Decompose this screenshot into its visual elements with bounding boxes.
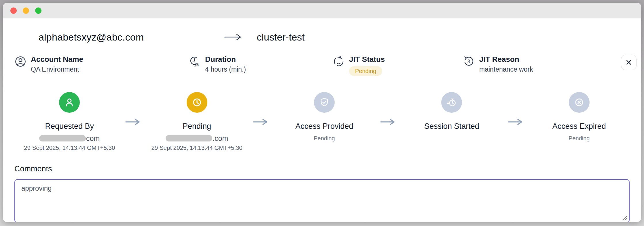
access-timeline: Requested By com 29 Sept 2025, 14:13:44 … <box>6 92 641 151</box>
jit-status-badge: Pending <box>349 66 382 76</box>
close-icon <box>625 58 633 66</box>
history-icon: 3 <box>463 55 475 68</box>
info-value: QA Environment <box>31 66 83 73</box>
info-value: maintenance work <box>479 66 533 73</box>
step-label: Access Provided <box>295 122 353 131</box>
step-circle <box>59 92 80 113</box>
step-timestamp: 29 Sept 2025, 14:13:44 GMT+5:30 <box>24 144 115 151</box>
close-window-button[interactable] <box>10 7 17 14</box>
info-jit-status: JIT Status Pending <box>333 55 463 76</box>
arrow-right-icon <box>125 118 141 126</box>
step-timestamp: 29 Sept 2025, 14:13:44 GMT+5:30 <box>151 144 242 151</box>
minimize-window-button[interactable] <box>23 7 29 14</box>
info-label: JIT Reason <box>479 55 533 64</box>
info-label: Duration <box>205 55 246 64</box>
dialog-header: alphabetsxyz@abc.com cluster-test <box>14 30 630 44</box>
dialog-content: alphabetsxyz@abc.com cluster-test Accoun… <box>3 30 641 222</box>
comments-section: Comments approving <box>14 164 630 222</box>
info-label: Account Name <box>31 55 83 64</box>
modal-window: alphabetsxyz@abc.com cluster-test Accoun… <box>3 3 641 222</box>
step-label: Requested By <box>45 122 94 131</box>
timeline-step-requested-by: Requested By com 29 Sept 2025, 14:13:44 … <box>6 92 133 151</box>
timeline-step-session-started: Session Started <box>388 92 515 151</box>
window-titlebar <box>3 3 641 18</box>
clock-icon <box>192 97 202 108</box>
requester-email: alphabetsxyz@abc.com <box>39 32 144 43</box>
arrow-right-icon <box>224 33 242 41</box>
step-status: Pending <box>569 135 590 142</box>
maximize-window-button[interactable] <box>35 7 41 14</box>
info-jit-reason: 3 JIT Reason maintenance work <box>463 55 630 76</box>
arrow-right-icon <box>253 118 269 126</box>
arrow-right-icon <box>380 118 396 126</box>
step-circle <box>441 92 462 113</box>
step-label: Session Started <box>424 122 479 131</box>
circle-x-icon <box>574 97 585 108</box>
info-value: 4 hours (min.) <box>205 66 246 73</box>
comments-input[interactable]: approving <box>14 179 630 222</box>
shield-check-icon <box>319 97 330 108</box>
timeline-step-access-provided: Access Provided Pending <box>261 92 388 151</box>
timeline-step-access-expired: Access Expired Pending <box>516 92 641 151</box>
step-status: Pending <box>314 135 335 142</box>
email-suffix: .com <box>213 134 228 143</box>
svg-text:24: 24 <box>194 63 199 67</box>
svg-text:3: 3 <box>467 59 470 64</box>
redacted-email-row: com <box>39 135 100 142</box>
target-resource: cluster-test <box>257 32 304 43</box>
step-label: Pending <box>183 122 211 131</box>
info-row: Account Name QA Environment 24 Duration … <box>14 55 630 76</box>
close-dialog-button[interactable] <box>621 55 637 70</box>
email-suffix: com <box>86 134 100 143</box>
step-label: Access Expired <box>552 122 606 131</box>
user-circle-icon <box>14 55 26 68</box>
step-circle <box>569 92 590 113</box>
step-circle <box>314 92 335 113</box>
arrow-right-icon <box>507 118 524 126</box>
timeline-step-pending: Pending .com 29 Sept 2025, 14:13:44 GMT+… <box>133 92 260 151</box>
step-circle <box>187 92 207 113</box>
stopwatch-icon <box>446 97 457 108</box>
comments-label: Comments <box>14 164 630 173</box>
redacted-email-bar <box>39 135 86 141</box>
redacted-email-row: .com <box>166 135 228 142</box>
clock-24-icon: 24 <box>189 55 201 68</box>
loader-icon <box>333 55 345 68</box>
info-duration: 24 Duration 4 hours (min.) <box>189 55 333 76</box>
info-account-name: Account Name QA Environment <box>14 55 189 76</box>
info-label: JIT Status <box>349 55 385 64</box>
redacted-email-bar <box>166 135 212 141</box>
user-icon <box>64 97 75 108</box>
